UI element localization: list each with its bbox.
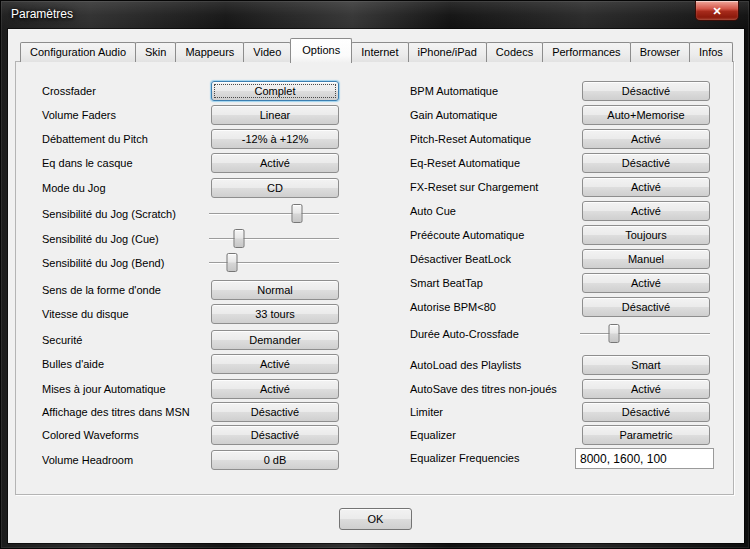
auto-crossfade-slider xyxy=(580,324,710,344)
ok-button[interactable]: OK xyxy=(339,508,412,530)
disable-beatlock-value-button[interactable]: Manuel xyxy=(582,249,710,269)
auto-pitch-reset-value-button[interactable]: Activé xyxy=(582,129,710,149)
setting-label: Smart BeatTap xyxy=(410,273,483,293)
setting-volume-headroom: Volume Headroom 0 dB xyxy=(42,450,339,470)
close-icon[interactable]: ✕ xyxy=(695,1,739,21)
setting-label: Désactiver BeatLock xyxy=(410,249,511,269)
security-value-button[interactable]: Demander xyxy=(211,330,339,350)
tab-browser[interactable]: Browser xyxy=(630,42,690,62)
setting-auto-bpm: BPM Automatique Désactivé xyxy=(410,81,710,101)
setting-auto-gain: Gain Automatique Auto+Memorise xyxy=(410,105,710,125)
setting-equalizer-frequencies: Equalizer Frequencies xyxy=(410,448,710,468)
setting-label: Bulles d'aide xyxy=(42,354,104,374)
volume-faders-value-button[interactable]: Linear xyxy=(211,105,339,125)
setting-auto-update: Mises à jour Automatique Activé xyxy=(42,379,339,399)
autosave-unplayed-value-button[interactable]: Activé xyxy=(582,379,710,399)
allow-bpm-under-80-value-button[interactable]: Désactivé xyxy=(582,297,710,317)
autoload-playlists-value-button[interactable]: Smart xyxy=(582,355,710,375)
slider-track xyxy=(209,238,339,240)
slider-thumb[interactable] xyxy=(292,204,303,223)
options-tab-panel: Crossfader Complet Volume Faders Linear … xyxy=(15,61,734,495)
setting-label: Eq-Reset Automatique xyxy=(410,153,520,173)
auto-prelisten-value-button[interactable]: Toujours xyxy=(582,225,710,245)
setting-autosave-unplayed: AutoSave des titres non-joués Activé xyxy=(410,379,710,399)
tab-performances[interactable]: Performances xyxy=(542,42,630,62)
window-title: Paramètres xyxy=(11,7,73,21)
setting-label: Crossfader xyxy=(42,81,96,101)
setting-jog-mode: Mode du Jog CD xyxy=(42,178,339,198)
tab-internet[interactable]: Internet xyxy=(351,42,408,62)
setting-jog-scratch-sensitivity: Sensibilité du Jog (Scratch) xyxy=(42,204,339,224)
volume-headroom-value-button[interactable]: 0 dB xyxy=(211,450,339,470)
slider-thumb[interactable] xyxy=(227,253,238,272)
limiter-value-button[interactable]: Désactivé xyxy=(582,402,710,422)
dialog-body: Configuration Audio Skin Mappeurs Video … xyxy=(8,29,744,543)
setting-smart-beattap: Smart BeatTap Activé xyxy=(410,273,710,293)
setting-label: Pitch-Reset Automatique xyxy=(410,129,531,149)
setting-crossfader: Crossfader Complet xyxy=(42,81,339,101)
smart-beattap-value-button[interactable]: Activé xyxy=(582,273,710,293)
auto-gain-value-button[interactable]: Auto+Memorise xyxy=(582,105,710,125)
auto-bpm-value-button[interactable]: Désactivé xyxy=(582,81,710,101)
tab-skin[interactable]: Skin xyxy=(135,42,176,62)
setting-msn-titles: Affichage des titres dans MSN Désactivé xyxy=(42,402,339,422)
setting-label: Eq dans le casque xyxy=(42,153,133,173)
setting-label: Volume Faders xyxy=(42,105,116,125)
crossfader-value-button[interactable]: Complet xyxy=(211,81,339,101)
setting-label: Sensibilité du Jog (Scratch) xyxy=(42,204,176,224)
setting-allow-bpm-under-80: Autorise BPM<80 Désactivé xyxy=(410,297,710,317)
tab-strip: Configuration Audio Skin Mappeurs Video … xyxy=(20,37,732,62)
setting-label: BPM Automatique xyxy=(410,81,498,101)
setting-colored-waveforms: Colored Waveforms Désactivé xyxy=(42,425,339,445)
setting-auto-crossfade-length: Durée Auto-Crossfade xyxy=(410,324,710,344)
setting-label: Sensibilité du Jog (Bend) xyxy=(42,253,164,273)
eq-headphone-value-button[interactable]: Activé xyxy=(211,153,339,173)
setting-label: Equalizer Frequencies xyxy=(410,448,519,468)
tab-video[interactable]: Video xyxy=(243,42,291,62)
colored-waveforms-value-button[interactable]: Désactivé xyxy=(211,425,339,445)
tab-iphone-ipad[interactable]: iPhone/iPad xyxy=(408,42,487,62)
setting-volume-faders: Volume Faders Linear xyxy=(42,105,339,125)
tab-mappeurs[interactable]: Mappeurs xyxy=(175,42,244,62)
tab-infos[interactable]: Infos xyxy=(689,42,733,62)
equalizer-frequencies-input[interactable] xyxy=(575,448,714,469)
auto-cue-value-button[interactable]: Activé xyxy=(582,201,710,221)
tooltips-value-button[interactable]: Activé xyxy=(211,354,339,374)
setting-label: Auto Cue xyxy=(410,201,456,221)
setting-label: Colored Waveforms xyxy=(42,425,139,445)
setting-label: FX-Reset sur Chargement xyxy=(410,177,538,197)
setting-label: Securité xyxy=(42,330,82,350)
setting-jog-bend-sensitivity: Sensibilité du Jog (Bend) xyxy=(42,253,339,273)
settings-dialog: Paramètres ✕ Configuration Audio Skin Ma… xyxy=(0,0,750,549)
jog-scratch-slider xyxy=(209,204,339,224)
auto-update-value-button[interactable]: Activé xyxy=(211,379,339,399)
jog-cue-slider xyxy=(209,229,339,249)
setting-security: Securité Demander xyxy=(42,330,339,350)
setting-label: Autorise BPM<80 xyxy=(410,297,496,317)
setting-label: Mises à jour Automatique xyxy=(42,379,166,399)
setting-auto-pitch-reset: Pitch-Reset Automatique Activé xyxy=(410,129,710,149)
waveform-direction-value-button[interactable]: Normal xyxy=(211,280,339,300)
setting-label: Affichage des titres dans MSN xyxy=(42,402,190,422)
setting-autoload-playlists: AutoLoad des Playlists Smart xyxy=(410,355,710,375)
setting-label: Gain Automatique xyxy=(410,105,497,125)
jog-bend-slider xyxy=(209,253,339,273)
auto-eq-reset-value-button[interactable]: Désactivé xyxy=(582,153,710,173)
equalizer-value-button[interactable]: Parametric xyxy=(582,425,710,445)
slider-thumb[interactable] xyxy=(608,324,619,343)
titlebar[interactable]: Paramètres ✕ xyxy=(1,1,749,29)
setting-label: Durée Auto-Crossfade xyxy=(410,324,519,344)
pitch-range-value-button[interactable]: -12% à +12% xyxy=(211,129,339,149)
tab-codecs[interactable]: Codecs xyxy=(486,42,543,62)
slider-thumb[interactable] xyxy=(233,229,244,248)
disc-speed-value-button[interactable]: 33 tours xyxy=(211,304,339,324)
msn-titles-value-button[interactable]: Désactivé xyxy=(211,402,339,422)
setting-disable-beatlock: Désactiver BeatLock Manuel xyxy=(410,249,710,269)
tab-options[interactable]: Options xyxy=(290,38,352,63)
setting-pitch-range: Débattement du Pitch -12% à +12% xyxy=(42,129,339,149)
setting-label: Vitesse du disque xyxy=(42,304,129,324)
fx-reset-on-load-value-button[interactable]: Activé xyxy=(582,177,710,197)
jog-mode-value-button[interactable]: CD xyxy=(211,178,339,198)
tab-configuration-audio[interactable]: Configuration Audio xyxy=(20,42,136,62)
setting-label: Volume Headroom xyxy=(42,450,133,470)
